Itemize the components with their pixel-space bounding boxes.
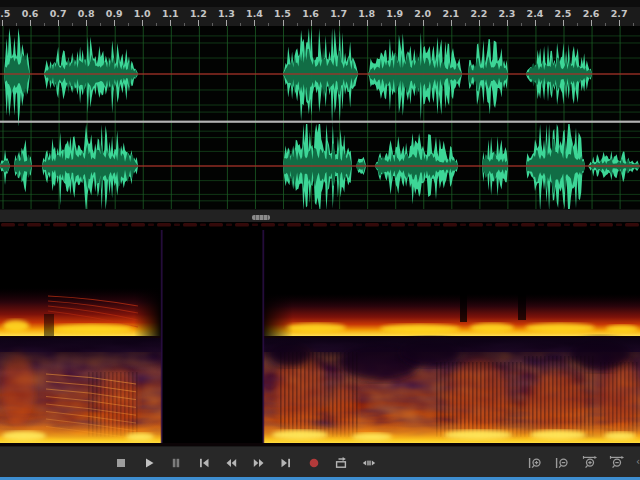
rewind-button[interactable]: [223, 452, 239, 474]
time-label: 1.1: [162, 8, 179, 19]
zoom-panel-overflow-icon[interactable]: ‹: [636, 456, 640, 468]
zoom-in-time-button[interactable]: [581, 452, 599, 474]
time-label: 1.9: [386, 8, 403, 19]
transport-bar: ‹: [0, 446, 640, 478]
spectrogram-display[interactable]: [0, 222, 640, 446]
stop-icon: [114, 456, 128, 470]
zoom-to-out-point-button[interactable]: [553, 452, 571, 474]
time-label: 1.4: [246, 8, 263, 19]
zoom-controls: [516, 447, 626, 478]
skip-to-start-icon: [197, 456, 211, 470]
fast-forward-button[interactable]: [251, 452, 267, 474]
waveform-display[interactable]: [0, 26, 640, 209]
time-label: 0.8: [78, 8, 95, 19]
skip-to-end-icon: [279, 456, 293, 470]
skip-to-start-button[interactable]: [196, 452, 212, 474]
zoom-in-point-icon: [527, 455, 543, 471]
time-label: 0.7: [50, 8, 67, 19]
time-label: 2.7: [611, 8, 628, 19]
audio-editor-window: 0.50.60.70.80.91.01.11.21.31.41.51.61.71…: [0, 0, 640, 480]
record-icon: [307, 456, 321, 470]
zoom-out-time-button[interactable]: [608, 452, 626, 474]
time-label: 1.7: [330, 8, 347, 19]
panel-splitter[interactable]: [0, 209, 640, 223]
zoom-out-point-icon: [554, 455, 570, 471]
rewind-icon: [224, 456, 238, 470]
play-button[interactable]: [141, 452, 157, 474]
time-label: 0.9: [106, 8, 123, 19]
pause-icon: [169, 456, 183, 470]
pause-button[interactable]: [168, 452, 184, 474]
time-label: 2.6: [583, 8, 600, 19]
waveform-panel[interactable]: [0, 26, 640, 209]
time-label: 2.1: [442, 8, 459, 19]
zoom-out-time-icon: [609, 455, 625, 471]
time-label: 2.3: [498, 8, 515, 19]
stop-button[interactable]: [113, 452, 129, 474]
fast-forward-icon: [252, 456, 266, 470]
skip-selection-icon: [362, 456, 376, 470]
time-label: 1.0: [134, 8, 151, 19]
spectrogram-panel[interactable]: [0, 222, 640, 446]
time-label: 1.3: [218, 8, 235, 19]
timeline-ruler[interactable]: 0.50.60.70.80.91.01.11.21.31.41.51.61.71…: [0, 7, 640, 27]
time-label: 2.4: [527, 8, 544, 19]
time-label: 0.5: [0, 8, 10, 19]
record-button[interactable]: [306, 452, 322, 474]
time-label: 1.5: [274, 8, 291, 19]
play-icon: [142, 456, 156, 470]
time-label: 2.0: [414, 8, 431, 19]
zoom-to-in-point-button[interactable]: [526, 452, 544, 474]
top-strip: [0, 0, 640, 7]
time-label: 0.6: [22, 8, 39, 19]
time-label: 1.6: [302, 8, 319, 19]
time-label: 1.8: [358, 8, 375, 19]
time-label: 2.5: [555, 8, 572, 19]
time-label: 2.2: [470, 8, 487, 19]
skip-to-end-button[interactable]: [278, 452, 294, 474]
transport-controls: [113, 447, 388, 478]
loop-playback-icon: [334, 456, 348, 470]
time-label: 1.2: [190, 8, 207, 19]
skip-selection-button[interactable]: [361, 452, 377, 474]
splitter-grip-icon[interactable]: [252, 215, 270, 220]
zoom-in-time-icon: [582, 455, 598, 471]
loop-playback-button[interactable]: [333, 452, 349, 474]
